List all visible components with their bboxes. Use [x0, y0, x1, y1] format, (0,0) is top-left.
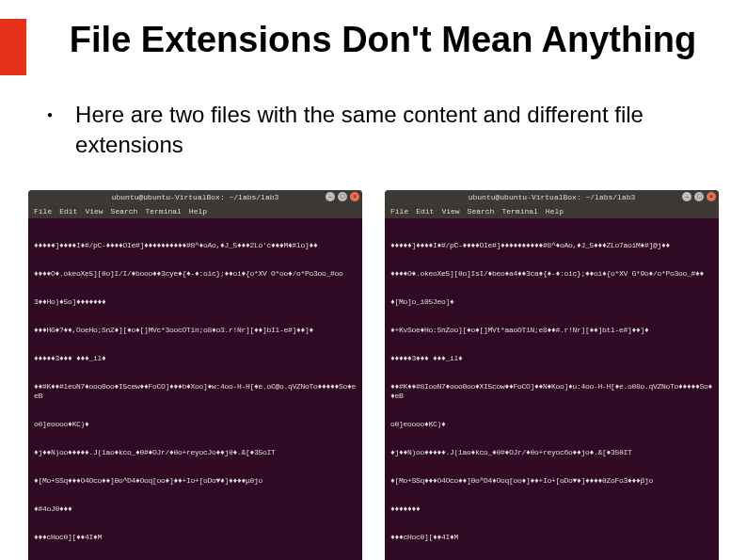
menu-terminal: Terminal: [145, 207, 181, 216]
window-close-icon: ×: [707, 192, 716, 201]
window-maximize-icon: □: [694, 192, 704, 201]
menu-search: Search: [468, 207, 495, 216]
terminal-line: ♦j♦♦N)oo♦♦♦♦♦.J(1ao♦kco_♦θ#♦OJr/♦θo+reyo…: [390, 448, 713, 457]
accent-red-block: [0, 19, 26, 75]
terminal-left: ubuntu@ubuntu-VirtualBox: ~/labs/lab3 – …: [28, 190, 362, 560]
menu-view: View: [85, 207, 103, 216]
menu-file: File: [34, 207, 52, 216]
terminal-line: ♦♦♦♦♦3♦♦♦ ♦♦♦_il♦: [390, 354, 713, 363]
menu-search: Search: [111, 207, 138, 216]
terminal-line: ♦♦♦♦O♦.okeoXe5][θo]I/I/♦booo♦♦3cye♦{♦-♦:…: [34, 269, 357, 279]
terminal-line: ♦♦♦HG♦?♦♦,OoeHo;SnZ♦][♦o♦[]MVc*3oocOTin;…: [34, 326, 357, 335]
terminal-left-title-text: ubuntu@ubuntu-VirtualBox: ~/labs/lab3: [28, 193, 362, 202]
terminal-line: ♦♦♦cHocθ][♦♦4I♦M: [390, 533, 713, 542]
terminal-line: ♦[Mo]o_i05Jeo]♦: [390, 297, 713, 307]
bullet-text: Here are two files with the same content…: [75, 100, 691, 161]
terminal-line: ♦♦♦♦♦3♦♦♦ ♦♦♦_il♦: [34, 354, 357, 363]
terminal-left-body: ♦♦♦♦♦]♦♦♦♦I♦#/pC-♦♦♦♦OIe#]♦♦♦♦♦♦♦♦♦♦#8^♦…: [28, 218, 362, 560]
window-controls: – □ ×: [326, 192, 359, 201]
terminal-line: ♦[Mo+SSq♦♦♦O4Oco♦♦]0o^D4♦Ooq[oo♦]♦♦+Io+[…: [34, 476, 357, 486]
title-area: File Extensions Don't Mean Anything: [0, 0, 747, 72]
terminal-right-menubar: File Edit View Search Terminal Help: [385, 205, 719, 218]
window-close-icon: ×: [350, 192, 359, 201]
page-title: File Extensions Don't Mean Anything: [56, 19, 709, 62]
menu-help: Help: [189, 207, 207, 216]
terminal-line: ♦+KvSoe♦Ho:SnZoo][♦o♦[]MVt*aaoOT1N;e8♦♦#…: [390, 326, 713, 335]
terminal-line: ♦j♦♦N)oo♦♦♦♦♦.J(1ao♦kco_♦θ#♦OJr/♦θo+reyo…: [34, 448, 357, 457]
terminal-line: ♦♦#K♦♦#leoN7♦ooo0oo♦I5cew♦♦FoCO]♦♦♦b♦Xoo…: [34, 382, 357, 401]
terminal-line: ♦♦♦♦♦]♦♦♦♦I♦#/pC-♦♦♦♦OIe#]♦♦♦♦♦♦♦♦♦♦#8^♦…: [34, 241, 357, 250]
terminal-line: 3♦♦Ho)♦5o]♦♦♦♦♦♦♦: [34, 297, 357, 307]
terminal-line: oθ]eoooo♦KC)♦: [34, 420, 357, 429]
bullet-row: ● Here are two files with the same conte…: [0, 72, 747, 180]
window-controls: – □ ×: [682, 192, 716, 201]
terminal-left-menubar: File Edit View Search Terminal Help: [28, 205, 362, 218]
menu-view: View: [441, 207, 459, 216]
terminal-line: oθ]eoooo♦KC)♦: [390, 420, 713, 429]
terminal-line: ♦#4oJθ♦♦♦: [34, 504, 357, 514]
terminal-right-title-text: ubuntu@ubuntu-VirtualBox: ~/labs/lab3: [385, 193, 719, 202]
menu-file: File: [390, 207, 408, 216]
terminal-line: ♦♦♦♦♦]♦♦♦♦I♦#/pC-♦♦♦♦OIe#]♦♦♦♦♦♦♦♦♦♦#8^♦…: [390, 241, 713, 250]
menu-edit: Edit: [59, 207, 77, 216]
menu-edit: Edit: [416, 207, 434, 216]
terminal-line: ♦♦#K♦♦#8IooN7♦ooo0oo♦XI5cow♦♦FoCO]♦♦N♦Ko…: [390, 382, 713, 401]
terminal-right-titlebar: ubuntu@ubuntu-VirtualBox: ~/labs/lab3 – …: [385, 190, 719, 205]
terminal-left-titlebar: ubuntu@ubuntu-VirtualBox: ~/labs/lab3 – …: [28, 190, 362, 205]
terminal-line: ♦♦♦♦O♦.okeoXe5][θo]IsI/♦beo♦a4♦♦3ca♦{♦-♦…: [390, 269, 713, 279]
terminal-line: ♦♦♦cHocθ][♦♦4I♦M: [34, 533, 357, 542]
window-minimize-icon: –: [682, 192, 691, 201]
terminal-screenshots: ubuntu@ubuntu-VirtualBox: ~/labs/lab3 – …: [0, 179, 747, 560]
terminal-left-wrap: ubuntu@ubuntu-VirtualBox: ~/labs/lab3 – …: [28, 190, 362, 560]
window-maximize-icon: □: [338, 192, 347, 201]
bullet-dot: ●: [47, 109, 53, 161]
menu-help: Help: [546, 207, 564, 216]
menu-terminal: Terminal: [501, 207, 537, 216]
terminal-right-body: ♦♦♦♦♦]♦♦♦♦I♦#/pC-♦♦♦♦OIe#]♦♦♦♦♦♦♦♦♦♦#8^♦…: [385, 218, 719, 560]
terminal-line: ♦♦♦♦♦♦♦: [390, 504, 713, 514]
terminal-line: ♦[Mo+SSq♦♦♦O4Oco♦♦]0o^D4♦Ooq[oo♦]♦♦+Io+[…: [390, 476, 713, 486]
terminal-right-wrap: ubuntu@ubuntu-VirtualBox: ~/labs/lab3 – …: [385, 190, 719, 560]
window-minimize-icon: –: [326, 192, 335, 201]
terminal-right: ubuntu@ubuntu-VirtualBox: ~/labs/lab3 – …: [385, 190, 719, 560]
